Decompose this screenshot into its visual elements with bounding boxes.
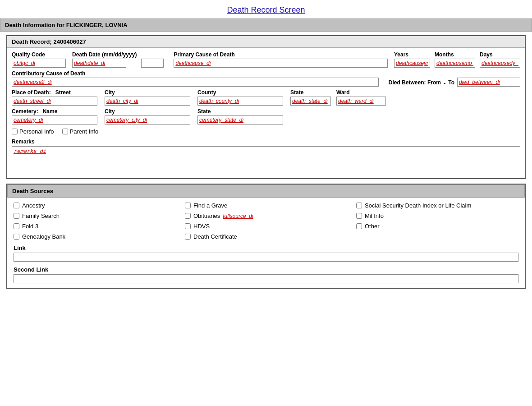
ancestry-checkbox[interactable] bbox=[14, 203, 19, 208]
primary-cause-label: Primary Cause of Death bbox=[174, 51, 388, 58]
source-item-hdvs: HDVS bbox=[185, 223, 347, 230]
death-record-title: Death Record; 2400406027 bbox=[7, 36, 525, 48]
ancestry-label: Ancestry bbox=[22, 202, 45, 209]
date-extra-label bbox=[141, 51, 164, 58]
death-street-input[interactable] bbox=[12, 97, 97, 106]
death-sources-box: Death Sources Ancestry Find a Grave Soci… bbox=[6, 184, 526, 289]
died-between-label: Died Between: From bbox=[389, 79, 441, 86]
death-sources-header: Death Sources bbox=[7, 185, 525, 198]
cemetery-state-input[interactable] bbox=[197, 115, 283, 125]
hdvs-label: HDVS bbox=[193, 223, 210, 230]
hdvs-checkbox[interactable] bbox=[185, 223, 191, 229]
family-search-label: Family Search bbox=[22, 212, 60, 219]
death-county-label: County bbox=[197, 89, 283, 96]
quality-code-label: Quality Code bbox=[12, 51, 66, 58]
obituaries-checkbox[interactable] bbox=[185, 213, 191, 219]
cemetery-name-input[interactable] bbox=[12, 115, 97, 125]
death-certificate-checkbox[interactable] bbox=[185, 234, 191, 240]
cemetery-name-label: Cemetery: Name bbox=[12, 108, 97, 115]
died-between-spacer bbox=[457, 70, 520, 77]
mil-info-label: Mil Info bbox=[365, 212, 384, 219]
place-street-label: Place of Death: Street bbox=[12, 89, 97, 96]
parent-info-label: Parent Info bbox=[70, 128, 99, 135]
contributory-cause-input[interactable] bbox=[12, 78, 379, 87]
source-item-death-certificate: Death Certificate bbox=[185, 233, 347, 240]
cemetery-state-label: State bbox=[197, 108, 283, 115]
dash-label: - bbox=[444, 80, 445, 87]
death-state-label: State bbox=[290, 89, 331, 96]
death-ward-input[interactable] bbox=[336, 97, 386, 106]
death-certificate-label: Death Certificate bbox=[193, 233, 237, 240]
find-grave-checkbox[interactable] bbox=[185, 203, 191, 208]
deathcausedy-input[interactable] bbox=[480, 59, 520, 68]
ssdi-checkbox[interactable] bbox=[356, 203, 362, 208]
death-city-input[interactable] bbox=[105, 97, 190, 106]
deathcauseyr-input[interactable] bbox=[394, 59, 430, 68]
source-item-ancestry: Ancestry bbox=[14, 202, 176, 209]
link-label: Link bbox=[14, 245, 518, 251]
personal-info-checkbox[interactable] bbox=[12, 129, 18, 134]
source-item-mil-info: Mil Info bbox=[356, 212, 518, 219]
source-item-other: Other bbox=[356, 223, 518, 230]
years-label: Years bbox=[394, 51, 430, 58]
remarks-label: Remarks bbox=[12, 138, 520, 145]
deathcausemo-input[interactable] bbox=[435, 59, 475, 68]
genealogy-bank-label: Genealogy Bank bbox=[22, 233, 65, 240]
death-date-input[interactable] bbox=[72, 59, 126, 68]
obituaries-label: Obituaries bbox=[193, 212, 220, 219]
source-item-genealogy-bank: Genealogy Bank bbox=[14, 233, 176, 240]
second-link-input[interactable] bbox=[14, 274, 518, 283]
mil-info-checkbox[interactable] bbox=[356, 213, 362, 219]
contributory-cause-label: Contributory Cause of Death bbox=[12, 70, 379, 77]
death-ward-label: Ward bbox=[336, 89, 386, 96]
source-item-family-search: Family Search bbox=[14, 212, 176, 219]
death-state-input[interactable] bbox=[290, 97, 331, 106]
personal-info-label: Personal Info bbox=[19, 128, 54, 135]
other-checkbox[interactable] bbox=[356, 223, 362, 229]
find-grave-label: Find a Grave bbox=[193, 202, 227, 209]
remarks-textarea[interactable]: remarks_di bbox=[12, 146, 520, 173]
cemetery-city-input[interactable] bbox=[105, 115, 190, 125]
fold3-label: Fold 3 bbox=[22, 223, 38, 230]
death-county-input[interactable] bbox=[197, 97, 283, 106]
death-city-label: City bbox=[105, 89, 190, 96]
date-extra-input[interactable] bbox=[141, 59, 164, 68]
primary-cause-input[interactable] bbox=[174, 59, 388, 68]
source-item-obituaries: Obituaries fullsource_di bbox=[185, 212, 347, 219]
death-info-header: Death Information for FLICKINGER, LOVNIA bbox=[0, 18, 532, 32]
cemetery-city-label: City bbox=[105, 108, 190, 115]
fullsource-link[interactable]: fullsource_di bbox=[223, 213, 253, 219]
link-input[interactable] bbox=[14, 253, 518, 262]
source-item-fold3: Fold 3 bbox=[14, 223, 176, 230]
days-label: Days bbox=[480, 51, 520, 58]
months-label: Months bbox=[435, 51, 475, 58]
parent-info-checkbox[interactable] bbox=[62, 129, 68, 134]
fold3-checkbox[interactable] bbox=[14, 223, 19, 229]
to-label: To bbox=[448, 79, 454, 86]
died-between-input[interactable] bbox=[457, 78, 520, 87]
source-item-find-grave: Find a Grave bbox=[185, 202, 347, 209]
page-title: Death Record Screen bbox=[0, 0, 532, 18]
source-item-ssdi: Social Security Death Index or Life Clai… bbox=[356, 202, 518, 209]
genealogy-bank-checkbox[interactable] bbox=[14, 234, 19, 240]
ssdi-label: Social Security Death Index or Life Clai… bbox=[365, 202, 471, 209]
other-label: Other bbox=[365, 223, 380, 230]
death-record-box: Death Record; 2400406027 Quality Code De… bbox=[6, 35, 526, 179]
quality-code-input[interactable] bbox=[12, 59, 66, 68]
second-link-label: Second Link bbox=[14, 266, 518, 273]
death-date-label: Death Date (mm/dd/yyyy) bbox=[72, 51, 137, 58]
family-search-checkbox[interactable] bbox=[14, 213, 19, 219]
